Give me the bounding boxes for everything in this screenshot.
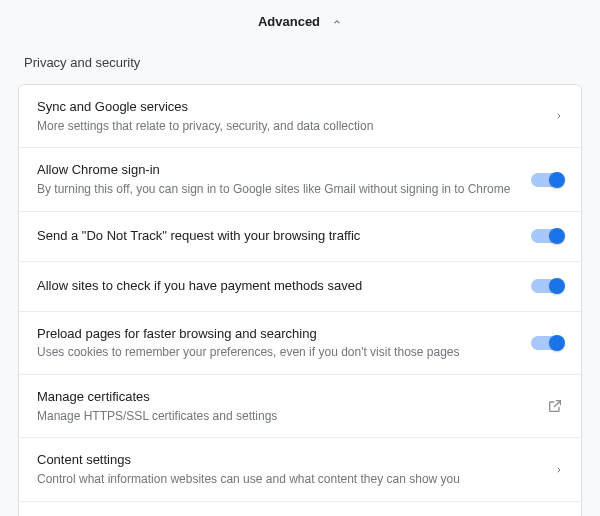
row-subtitle: Control what information websites can us… [37,471,543,488]
row-action [555,110,563,122]
row-action [531,173,563,187]
chevron-right-icon [555,464,563,476]
row-payment-methods: Allow sites to check if you have payment… [19,262,581,312]
row-title: Allow Chrome sign-in [37,161,519,179]
row-title: Sync and Google services [37,98,543,116]
advanced-toggle[interactable]: Advanced [0,0,600,39]
chevron-right-icon [555,110,563,122]
toggle-preload-pages[interactable] [531,336,563,350]
row-content-settings[interactable]: Content settings Control what informatio… [19,438,581,501]
row-subtitle: Manage HTTPS/SSL certificates and settin… [37,408,535,425]
row-sync-google-services[interactable]: Sync and Google services More settings t… [19,85,581,148]
row-title: Preload pages for faster browsing and se… [37,325,519,343]
toggle-payment-methods[interactable] [531,279,563,293]
row-manage-certificates[interactable]: Manage certificates Manage HTTPS/SSL cer… [19,375,581,438]
row-do-not-track: Send a "Do Not Track" request with your … [19,212,581,262]
row-subtitle: By turning this off, you can sign in to … [37,181,519,198]
privacy-security-card: Sync and Google services More settings t… [18,84,582,516]
row-title: Allow sites to check if you have payment… [37,277,519,295]
row-action [531,279,563,293]
row-title: Content settings [37,451,543,469]
row-subtitle: More settings that relate to privacy, se… [37,118,543,135]
open-external-icon [547,398,563,414]
row-text: Preload pages for faster browsing and se… [37,325,531,361]
row-clear-browsing-data[interactable]: Clear browsing data Clear history, cooki… [19,502,581,516]
toggle-do-not-track[interactable] [531,229,563,243]
advanced-label: Advanced [258,14,320,29]
row-title: Send a "Do Not Track" request with your … [37,227,519,245]
row-text: Allow Chrome sign-in By turning this off… [37,161,531,197]
row-action [531,229,563,243]
row-action [547,398,563,414]
row-allow-chrome-signin: Allow Chrome sign-in By turning this off… [19,148,581,211]
row-subtitle: Uses cookies to remember your preference… [37,344,519,361]
chevron-up-icon [332,17,342,27]
row-action [555,464,563,476]
row-text: Manage certificates Manage HTTPS/SSL cer… [37,388,547,424]
row-preload-pages: Preload pages for faster browsing and se… [19,312,581,375]
row-text: Sync and Google services More settings t… [37,98,555,134]
toggle-allow-chrome-signin[interactable] [531,173,563,187]
row-text: Send a "Do Not Track" request with your … [37,227,531,245]
row-text: Allow sites to check if you have payment… [37,277,531,295]
row-action [531,336,563,350]
row-text: Content settings Control what informatio… [37,451,555,487]
section-title-privacy: Privacy and security [0,39,600,84]
row-title: Manage certificates [37,388,535,406]
